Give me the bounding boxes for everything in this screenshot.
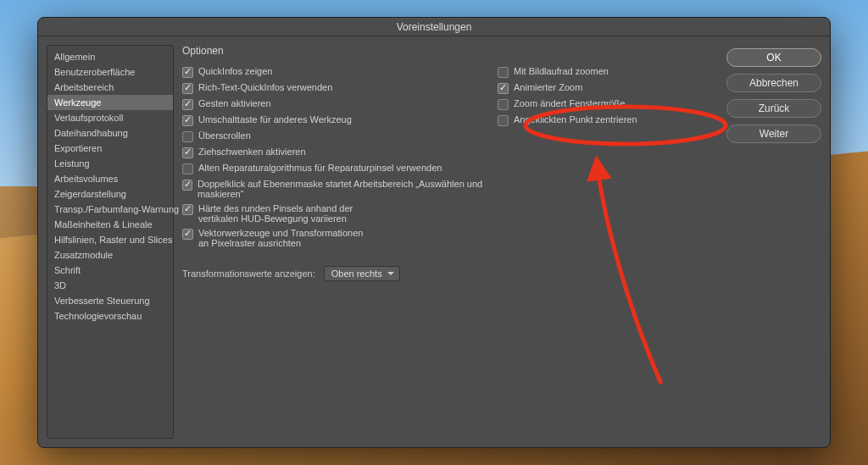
ok-button[interactable]: OK — [726, 48, 821, 67]
option-label: Animierter Zoom — [514, 82, 582, 92]
option-row[interactable]: Ziehschwenken aktivieren — [182, 147, 498, 158]
main-area: Optionen QuickInfos zeigenRich-Text-Quic… — [182, 45, 821, 439]
option-label: Doppelklick auf Ebenenmaske startet Arbe… — [198, 179, 498, 199]
option-row[interactable]: Gesten aktivieren — [182, 98, 498, 110]
sidebar-item[interactable]: Schrift — [47, 263, 173, 278]
sidebar-item[interactable]: Arbeitsbereich — [47, 80, 173, 95]
option-checkbox[interactable] — [182, 115, 193, 126]
option-checkbox[interactable] — [498, 115, 509, 126]
sidebar-item[interactable]: Technologievorschau — [47, 308, 173, 324]
option-row[interactable]: Härte des runden Pinsels anhand der vert… — [182, 203, 498, 224]
sidebar-item[interactable]: Arbeitsvolumes — [47, 171, 173, 186]
option-checkbox[interactable] — [182, 83, 193, 94]
option-row[interactable]: Alten Reparaturalgorithmus für Reparatur… — [182, 163, 498, 174]
sidebar-item[interactable]: Allgemein — [47, 49, 173, 64]
sidebar-item[interactable]: Benutzeroberfläche — [47, 64, 173, 80]
transform-select[interactable]: Oben rechts — [324, 266, 400, 281]
option-label: Mit Bildlaufrad zoomen — [514, 66, 609, 76]
sidebar-item[interactable]: 3D — [47, 278, 173, 293]
option-label: Härte des runden Pinsels anhand der vert… — [198, 203, 353, 224]
preferences-window: Voreinstellungen AllgemeinBenutzeroberfl… — [37, 17, 831, 448]
option-row[interactable]: Zoom ändert Fenstergröße — [498, 98, 718, 110]
prev-button[interactable]: Zurück — [726, 99, 821, 118]
option-checkbox[interactable] — [182, 67, 193, 78]
option-checkbox[interactable] — [182, 229, 193, 240]
sidebar-item[interactable]: Verbesserte Steuerung — [47, 293, 173, 308]
option-label: Alten Reparaturalgorithmus für Reparatur… — [198, 163, 442, 173]
option-label: Rich-Text-QuickInfos verwenden — [198, 82, 332, 92]
cancel-button[interactable]: Abbrechen — [726, 74, 821, 92]
option-row[interactable]: Überscrollen — [182, 130, 498, 142]
option-row[interactable]: Vektorwerkzeuge und Transformationen an … — [182, 228, 498, 248]
window-titlebar: Voreinstellungen — [38, 18, 830, 36]
sidebar-item[interactable]: Verlaufsprotokoll — [47, 110, 173, 125]
option-checkbox[interactable] — [182, 163, 193, 174]
option-row[interactable]: Animierter Zoom — [498, 82, 718, 94]
options-panel: Optionen QuickInfos zeigenRich-Text-Quic… — [182, 45, 718, 439]
option-row[interactable]: Mit Bildlaufrad zoomen — [498, 66, 718, 78]
option-checkbox[interactable] — [498, 99, 509, 110]
sidebar-item[interactable]: Zeigerdarstellung — [47, 186, 173, 202]
sidebar-item[interactable]: Exportieren — [47, 141, 173, 156]
option-label: Zoom ändert Fenstergröße — [514, 98, 625, 108]
option-label: Überscrollen — [198, 130, 251, 141]
option-label: Gesten aktivieren — [198, 98, 271, 108]
next-button[interactable]: Weiter — [726, 125, 821, 143]
option-label: QuickInfos zeigen — [198, 66, 272, 76]
option-checkbox[interactable] — [182, 147, 193, 158]
option-row[interactable]: QuickInfos zeigen — [182, 66, 498, 78]
sidebar-item[interactable]: Dateihandhabung — [47, 125, 173, 141]
sidebar: AllgemeinBenutzeroberflächeArbeitsbereic… — [47, 45, 174, 439]
option-label: Vektorwerkzeuge und Transformationen an … — [198, 228, 363, 248]
sidebar-item[interactable]: Hilfslinien, Raster und Slices — [47, 232, 173, 247]
option-checkbox[interactable] — [182, 99, 193, 110]
sidebar-item[interactable]: Maßeinheiten & Lineale — [47, 217, 173, 232]
transform-select-value: Oben rechts — [331, 268, 382, 279]
option-row[interactable]: Rich-Text-QuickInfos verwenden — [182, 82, 498, 94]
sidebar-item[interactable]: Zusatzmodule — [47, 247, 173, 263]
option-row[interactable]: Angeklickten Punkt zentrieren — [498, 114, 718, 126]
option-checkbox[interactable] — [182, 131, 193, 142]
option-checkbox[interactable] — [182, 204, 193, 215]
window-content: AllgemeinBenutzeroberflächeArbeitsbereic… — [38, 36, 830, 447]
option-checkbox[interactable] — [498, 83, 509, 94]
transform-label: Transformationswerte anzeigen: — [182, 268, 315, 279]
option-checkbox[interactable] — [498, 67, 509, 78]
option-label: Angeklickten Punkt zentrieren — [514, 114, 637, 125]
sidebar-item[interactable]: Werkzeuge — [47, 95, 173, 110]
options-left-column: QuickInfos zeigenRich-Text-QuickInfos ve… — [182, 62, 498, 252]
sidebar-item[interactable]: Transp./Farbumfang-Warnung — [47, 202, 173, 217]
option-checkbox[interactable] — [182, 180, 192, 191]
option-row[interactable]: Umschalttaste für anderes Werkzeug — [182, 114, 498, 126]
option-label: Umschalttaste für anderes Werkzeug — [198, 114, 352, 125]
button-column: OK Abbrechen Zurück Weiter — [726, 45, 821, 439]
option-label: Ziehschwenken aktivieren — [198, 147, 306, 157]
options-heading: Optionen — [182, 45, 718, 57]
sidebar-item[interactable]: Leistung — [47, 156, 173, 171]
option-row[interactable]: Doppelklick auf Ebenenmaske startet Arbe… — [182, 179, 498, 199]
window-title: Voreinstellungen — [397, 21, 472, 33]
options-right-column: Mit Bildlaufrad zoomenAnimierter ZoomZoo… — [498, 62, 718, 252]
